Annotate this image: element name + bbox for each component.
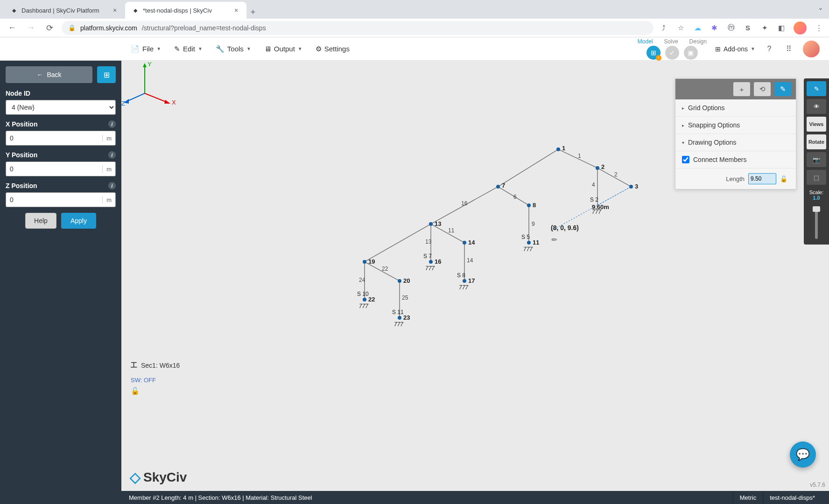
slider-thumb[interactable] (813, 206, 820, 212)
menu-label: Output (274, 45, 295, 53)
rotate-tool-button[interactable]: ⟲ (754, 82, 771, 96)
back-icon[interactable]: ← (6, 21, 19, 35)
connect-members-row[interactable]: Connect Members (675, 151, 796, 168)
url-input[interactable]: 🔒 platform.skyciv.com/structural?preload… (62, 21, 653, 35)
browser-tab-0[interactable]: ◆ Dashboard | SkyCiv Platform × (4, 2, 125, 19)
connect-members-checkbox[interactable] (682, 156, 689, 163)
tabs-dropdown-icon[interactable]: ⌄ (818, 4, 823, 11)
rotate-button[interactable]: Rotate (807, 134, 826, 149)
share-icon[interactable]: ⤴ (659, 23, 668, 33)
ext-m-icon[interactable]: ⓜ (726, 23, 736, 33)
chat-button[interactable]: 💬 (790, 441, 816, 468)
close-icon[interactable]: × (111, 7, 119, 14)
3d-cube-button[interactable]: ⬚ (807, 170, 826, 185)
visibility-button[interactable]: 👁 (807, 99, 826, 114)
version-label: v5.7.6 (810, 482, 825, 488)
svg-text:7: 7 (502, 182, 505, 189)
help-button[interactable]: Help (25, 213, 56, 229)
new-tab-button[interactable]: + (246, 6, 260, 19)
apply-button[interactable]: Apply (61, 213, 96, 229)
bookmark-icon[interactable]: ☆ (676, 23, 685, 33)
arrow-left-icon: ← (36, 71, 43, 78)
views-button[interactable]: Views (807, 117, 826, 132)
menu-edit[interactable]: ✎Edit▼ (174, 45, 203, 53)
svg-text:19: 19 (368, 258, 375, 265)
svg-point-26 (527, 241, 531, 245)
ext-cloud-icon[interactable]: ☁ (693, 23, 702, 33)
user-avatar[interactable] (803, 41, 820, 57)
svg-text:S 5: S 5 (521, 234, 530, 240)
menu-file[interactable]: 📄File▼ (131, 45, 161, 53)
stage-model-button[interactable]: ⊞! (646, 46, 660, 60)
addons-label: Add-ons (724, 45, 748, 53)
drawing-options-row[interactable]: ▾Drawing Options (675, 134, 796, 151)
svg-text:9.60m: 9.60m (592, 203, 609, 210)
menu-output[interactable]: 🖥Output▼ (264, 45, 302, 53)
add-node-button[interactable]: + (733, 82, 750, 96)
menu-tools[interactable]: 🔧Tools▼ (216, 45, 251, 53)
menu-label: File (142, 45, 154, 53)
stage-design-button[interactable]: ▣ (684, 46, 698, 60)
left-sidebar: ←Back ⊞ Node ID 4 (New) X Positioni m Y … (0, 61, 121, 491)
reload-icon[interactable]: ⟳ (43, 21, 56, 35)
svg-point-36 (363, 260, 366, 264)
y-position-label: Y Positioni (6, 151, 116, 159)
svg-point-20 (629, 185, 633, 189)
menu-label: Edit (183, 45, 195, 53)
row-label: Grid Options (688, 104, 725, 112)
svg-marker-70 (143, 63, 147, 67)
screenshot-button[interactable]: 📷 (807, 152, 826, 167)
help-button[interactable]: ? (764, 43, 775, 55)
chat-icon: 💬 (796, 448, 810, 461)
sidepanel-icon[interactable]: ◧ (777, 23, 786, 33)
svg-text:X: X (172, 99, 176, 106)
browser-tab-1[interactable]: ◆ *test-nodal-disps | SkyCiv × (125, 2, 246, 19)
scale-slider[interactable] (815, 206, 818, 239)
member-info: Member #2 Length: 4 m | Section: W6x16 |… (129, 494, 312, 501)
selfweight-info: SW: OFF (131, 377, 156, 384)
menu-settings[interactable]: ⚙Settings (316, 45, 350, 53)
profile-avatar[interactable] (794, 21, 807, 35)
browser-tab-strip: ◆ Dashboard | SkyCiv Platform × ◆ *test-… (0, 0, 829, 19)
favicon-icon: ◆ (132, 7, 139, 14)
apps-grid-icon[interactable]: ⠿ (783, 43, 794, 55)
addons-button[interactable]: ⊞Add-ons▼ (715, 45, 755, 53)
unlock-icon[interactable]: 🔓 (131, 387, 140, 395)
extensions-icon[interactable]: ✦ (760, 23, 769, 33)
ext-s-icon[interactable]: S (743, 23, 752, 33)
units-chip[interactable]: Metric (733, 491, 763, 504)
lock-icon[interactable]: 🔓 (780, 175, 789, 182)
back-button[interactable]: ←Back (6, 66, 92, 83)
node-id-select[interactable]: 4 (New) (6, 100, 116, 115)
cube-icon: ⬚ (814, 174, 819, 181)
pen-tool-button[interactable]: ✎ (774, 82, 791, 96)
drawing-panel: + ⟲ ✎ ▸Grid Options ▸Snapping Options ▾D… (675, 78, 796, 189)
svg-point-38 (398, 279, 401, 283)
info-icon[interactable]: i (108, 151, 116, 159)
ext-gear-icon[interactable]: ✱ (710, 23, 719, 33)
menu-icon[interactable]: ⋮ (814, 23, 823, 33)
chevron-down-icon: ▼ (246, 46, 251, 51)
info-icon[interactable]: i (108, 182, 116, 189)
z-position-label: Z Positioni (6, 182, 116, 189)
forward-icon[interactable]: → (24, 21, 37, 35)
svg-point-32 (429, 260, 433, 264)
grid-options-row[interactable]: ▸Grid Options (675, 99, 796, 117)
filename-chip[interactable]: test-nodal-disps* (763, 491, 822, 504)
model-canvas[interactable]: 1 2 3 7 8 11 13 14 16 17 19 20 22 23 1 2… (121, 61, 829, 491)
x-position-input[interactable] (6, 134, 102, 142)
pen-mode-button[interactable]: ✎ (807, 81, 826, 96)
close-icon[interactable]: × (232, 7, 240, 14)
scale-label: Scale:1.0 (809, 189, 824, 201)
datasheet-button[interactable]: ⊞ (97, 66, 116, 83)
snapping-options-row[interactable]: ▸Snapping Options (675, 117, 796, 134)
z-position-input[interactable] (6, 196, 102, 203)
svg-text:777: 777 (359, 303, 369, 309)
svg-text:13: 13 (425, 238, 432, 245)
stage-solve-button[interactable]: ✓ (665, 46, 679, 60)
info-icon[interactable]: i (108, 120, 116, 128)
axes-gizmo: Y X Z (121, 61, 177, 107)
logo-icon: ◇ (130, 469, 141, 485)
y-position-input[interactable] (6, 165, 102, 173)
length-input[interactable] (748, 173, 776, 184)
